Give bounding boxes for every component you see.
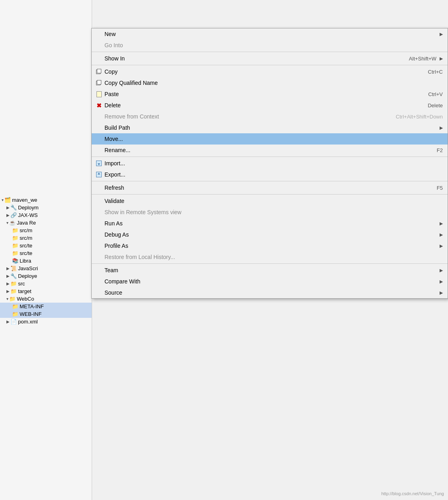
tree-item-label: Deploym <box>18 205 38 211</box>
menu-label-profile_as: Profile As <box>104 243 436 249</box>
menu-label-copy_qualified: Copy Qualified Name <box>104 80 443 86</box>
tree-item-deploye[interactable]: ▶ 🔧 Deploye <box>0 272 92 280</box>
menu-label-restore_history: Restore from Local History... <box>104 254 443 260</box>
tree-item-javascri[interactable]: ▶ 📜 JavaScri <box>0 265 92 272</box>
tree-item-src_m2[interactable]: 📁 src/m <box>0 234 92 242</box>
tree-item-src_m1[interactable]: 📁 src/m <box>0 227 92 234</box>
tree-item-label: WEB-INF <box>20 311 42 317</box>
menu-item-delete[interactable]: ✖DeleteDelete <box>92 100 448 111</box>
menu-icon-empty <box>95 185 103 191</box>
watermark: http://blog.csdn.net/Vision_Tung <box>381 491 444 496</box>
menu-item-move[interactable]: Move... <box>92 133 448 145</box>
menu-item-team[interactable]: Team▶ <box>92 265 448 276</box>
menu-icon-delete: ✖ <box>95 102 103 108</box>
menu-item-debug_as[interactable]: Debug As▶ <box>92 229 448 240</box>
menu-item-compare_with[interactable]: Compare With▶ <box>92 276 448 287</box>
menu-icon-empty <box>95 254 103 260</box>
menu-icon-copy <box>95 68 103 75</box>
tree-item-web_inf[interactable]: 📁 WEB-INF <box>0 310 92 318</box>
menu-label-show_remote: Show in Remote Systems view <box>104 209 443 215</box>
menu-label-new: New <box>104 31 436 37</box>
menu-icon-empty <box>95 113 103 120</box>
menu-item-build_path[interactable]: Build Path▶ <box>92 122 448 133</box>
menu-item-run_as[interactable]: Run As▶ <box>92 218 448 229</box>
project-explorer: ▾ 🗂️ maven_we ▶ 🔧 Deploym ▶ 🔗 JAX-WS ▾ ☕… <box>0 0 92 500</box>
submenu-arrow-debug_as: ▶ <box>440 232 443 237</box>
menu-icon-empty <box>95 136 103 142</box>
tree-item-deploym[interactable]: ▶ 🔧 Deploym <box>0 204 92 211</box>
tree-arrow[interactable]: ▶ <box>6 213 10 217</box>
tree-item-src[interactable]: ▶ 📁 src <box>0 280 92 287</box>
paste-icon <box>96 91 102 97</box>
submenu-arrow-show_in: ▶ <box>440 56 443 61</box>
menu-icon-empty <box>95 31 103 37</box>
menu-label-show_in: Show In <box>104 55 401 62</box>
tree-item-label: src/te <box>20 250 32 256</box>
shortcut-rename: F2 <box>437 147 443 153</box>
tree-arrow[interactable]: ▶ <box>6 266 10 271</box>
menu-icon-empty <box>95 147 103 153</box>
menu-label-paste: Paste <box>104 91 420 97</box>
tree-item-label: src/m <box>20 235 32 241</box>
tree-arrow[interactable]: ▾ <box>6 221 8 225</box>
tree-item-maven_we[interactable]: ▾ 🗂️ maven_we <box>0 196 92 204</box>
tree-item-label: target <box>18 288 31 294</box>
tree-item-meta_inf[interactable]: 📁 META-INF <box>0 303 92 310</box>
tree-arrow[interactable]: ▶ <box>6 205 10 210</box>
menu-label-validate: Validate <box>104 198 443 204</box>
menu-item-show_in[interactable]: Show InAlt+Shift+W▶ <box>92 53 448 64</box>
tree-item-pom_xml[interactable]: ▶ 📄 pom.xml <box>0 318 92 325</box>
tree-item-src_te1[interactable]: 📁 src/te <box>0 242 92 249</box>
submenu-arrow-compare_with: ▶ <box>440 279 443 284</box>
tree-item-label: src/m <box>20 227 32 233</box>
menu-icon-export <box>95 171 103 178</box>
tree-item-target[interactable]: ▶ 📁 target <box>0 287 92 295</box>
menu-label-team: Team <box>104 267 436 273</box>
menu-icon-empty <box>95 55 103 62</box>
menu-icon-empty <box>95 220 103 227</box>
tree-item-webcon[interactable]: ▾ 📁 WebCo <box>0 295 92 303</box>
menu-icon-paste <box>95 91 103 97</box>
menu-icon-empty <box>95 243 103 249</box>
menu-item-validate[interactable]: Validate <box>92 195 448 207</box>
menu-item-new[interactable]: New▶ <box>92 28 448 40</box>
tree-arrow[interactable]: ▶ <box>6 289 10 293</box>
menu-icon-empty <box>95 278 103 285</box>
tree-arrow[interactable]: ▾ <box>6 297 8 301</box>
tree-item-label: JavaScri <box>18 265 38 271</box>
tree-item-java_re[interactable]: ▾ ☕ Java Re <box>0 219 92 227</box>
menu-item-paste[interactable]: PasteCtrl+V <box>92 88 448 100</box>
menu-item-rename[interactable]: Rename...F2 <box>92 145 448 156</box>
menu-icon-empty <box>95 198 103 204</box>
tree-item-label: Java Re <box>17 220 36 226</box>
shortcut-remove_context: Ctrl+Alt+Shift+Down <box>396 114 443 120</box>
submenu-arrow-source: ▶ <box>440 290 443 295</box>
submenu-arrow-new: ▶ <box>440 32 443 37</box>
menu-separator <box>92 157 448 157</box>
menu-icon-empty <box>95 42 103 48</box>
menu-separator <box>92 65 448 65</box>
tree-arrow[interactable]: ▶ <box>6 281 10 286</box>
menu-separator <box>92 263 448 264</box>
tree-arrow[interactable]: ▶ <box>6 274 10 278</box>
menu-item-import[interactable]: Import... <box>92 158 448 169</box>
tree-arrow[interactable]: ▶ <box>6 319 10 324</box>
shortcut-delete: Delete <box>428 102 443 108</box>
menu-item-copy[interactable]: CopyCtrl+C <box>92 66 448 77</box>
submenu-arrow-run_as: ▶ <box>440 221 443 226</box>
menu-label-build_path: Build Path <box>104 124 436 131</box>
shortcut-refresh: F5 <box>437 185 443 191</box>
tree-item-jax-ws[interactable]: ▶ 🔗 JAX-WS <box>0 211 92 219</box>
menu-item-copy_qualified[interactable]: Copy Qualified Name <box>92 77 448 88</box>
menu-item-go_into: Go Into <box>92 40 448 51</box>
menu-item-source[interactable]: Source▶ <box>92 287 448 298</box>
delete-icon: ✖ <box>96 102 102 108</box>
menu-icon-empty <box>95 231 103 238</box>
tree-item-libra[interactable]: 📚 Libra <box>0 257 92 265</box>
tree-item-label: src <box>18 281 25 287</box>
tree-arrow[interactable]: ▾ <box>2 198 4 202</box>
menu-item-export[interactable]: Export... <box>92 169 448 180</box>
menu-item-profile_as[interactable]: Profile As▶ <box>92 240 448 251</box>
tree-item-src_te2[interactable]: 📁 src/te <box>0 249 92 257</box>
menu-item-refresh[interactable]: RefreshF5 <box>92 182 448 193</box>
